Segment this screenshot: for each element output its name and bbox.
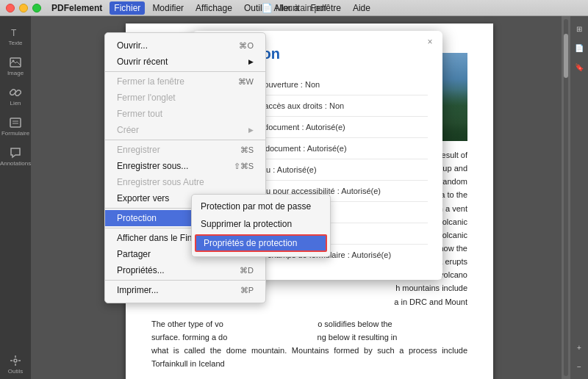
text-icon: T: [10, 26, 21, 38]
svg-text:T: T: [11, 28, 17, 38]
link-icon: [10, 87, 21, 98]
content-area: rmed as a result oftes pushing up and. T…: [31, 16, 588, 379]
submenu-item-properties[interactable]: Propriétés de protection: [195, 234, 327, 252]
submenu-item-password[interactable]: Protection par mot de passe: [192, 198, 330, 215]
traffic-lights: [6, 4, 41, 12]
fit-page-icon[interactable]: ⊞: [573, 22, 586, 35]
menu-item-creer[interactable]: Créer: [105, 122, 265, 138]
menu-item-ouvrir[interactable]: Ouvrir... ⌘O: [105, 37, 265, 54]
menu-item-enregistrer-autre[interactable]: Enregistrer sous Autre: [105, 174, 265, 190]
scrollbar[interactable]: [562, 16, 570, 379]
form-icon: [10, 117, 21, 129]
main-layout: T Texte Image Lien Formulaire Annotation…: [0, 16, 588, 379]
zoom-in-icon[interactable]: +: [573, 341, 586, 354]
sidebar-item-text[interactable]: T Texte: [1, 22, 29, 51]
tools-icon: [10, 355, 21, 367]
sidebar: T Texte Image Lien Formulaire Annotation…: [0, 16, 31, 379]
zoom-out-icon[interactable]: −: [573, 360, 586, 373]
scroll-thumb[interactable]: [564, 34, 568, 78]
menu-item-fermer-fenetre[interactable]: Fermer la fenêtre ⌘W: [105, 73, 265, 90]
scroll-track: [564, 19, 568, 376]
sidebar-item-image[interactable]: Image: [1, 52, 29, 81]
dialog-close-button[interactable]: ×: [425, 37, 435, 47]
menu-item-fermer-onglet[interactable]: Fermer l'onglet: [105, 90, 265, 106]
menu-item-ouvrir-recent[interactable]: Ouvrir récent: [105, 54, 265, 70]
maximize-button[interactable]: [32, 4, 41, 12]
pdf-text-2: The other type of vo o solidifies below …: [151, 317, 467, 371]
close-button[interactable]: [6, 4, 15, 12]
menu-item-ouvrir-label: Ouvrir...: [117, 40, 148, 51]
title-bar: PDFelement Fichier Modifier Affichage Ou…: [0, 0, 588, 16]
sidebar-item-formulaire[interactable]: Formulaire: [1, 112, 29, 141]
menu-item-ouvrir-shortcut: ⌘O: [239, 41, 254, 51]
menu-aide[interactable]: Aide: [348, 1, 375, 15]
menu-item-fermer-tout[interactable]: Fermer tout: [105, 106, 265, 122]
menu-item-enregistrer-sous[interactable]: Enregistrer sous... ⇧⌘S: [105, 158, 265, 174]
sidebar-item-outils[interactable]: Outils: [1, 350, 29, 379]
menu-affichage[interactable]: Affichage: [191, 1, 237, 15]
menu-modifier[interactable]: Modifier: [148, 1, 188, 15]
sidebar-item-lien[interactable]: Lien: [1, 82, 29, 111]
bookmark-icon[interactable]: 🔖: [573, 60, 586, 73]
sidebar-item-annotations[interactable]: Annotations: [1, 142, 29, 171]
minimize-button[interactable]: [19, 4, 28, 12]
menu-item-imprimer[interactable]: Imprimer... ⌘P: [105, 282, 265, 298]
menu-item-enregistrer[interactable]: Enregistrer ⌘S: [105, 142, 265, 158]
file-menu-dropdown: Ouvrir... ⌘O Ouvrir récent Fermer la fen…: [104, 32, 266, 303]
window-title: 📄 Mountain.pdf: [262, 3, 326, 13]
protection-submenu: Protection par mot de passe Supprimer la…: [191, 194, 331, 257]
menu-section-close: Fermer la fenêtre ⌘W Fermer l'onglet Fer…: [105, 72, 265, 140]
image-icon: [10, 57, 21, 68]
annotations-icon: [10, 147, 21, 159]
pdf-icon: 📄: [262, 3, 273, 13]
app-name: PDFelement: [47, 1, 107, 15]
menu-section-open: Ouvrir... ⌘O Ouvrir récent: [105, 36, 265, 72]
page-icon[interactable]: 📄: [573, 41, 586, 54]
svg-point-7: [14, 359, 17, 362]
menu-fichier[interactable]: Fichier: [110, 1, 145, 15]
menu-section-print: Imprimer... ⌘P: [105, 281, 265, 300]
right-panel: ⊞ 📄 🔖 + −: [570, 16, 588, 379]
menu-item-proprietes[interactable]: Propriétés... ⌘D: [105, 262, 265, 278]
submenu-item-remove[interactable]: Supprimer la protection: [192, 215, 330, 233]
svg-rect-4: [10, 118, 21, 127]
